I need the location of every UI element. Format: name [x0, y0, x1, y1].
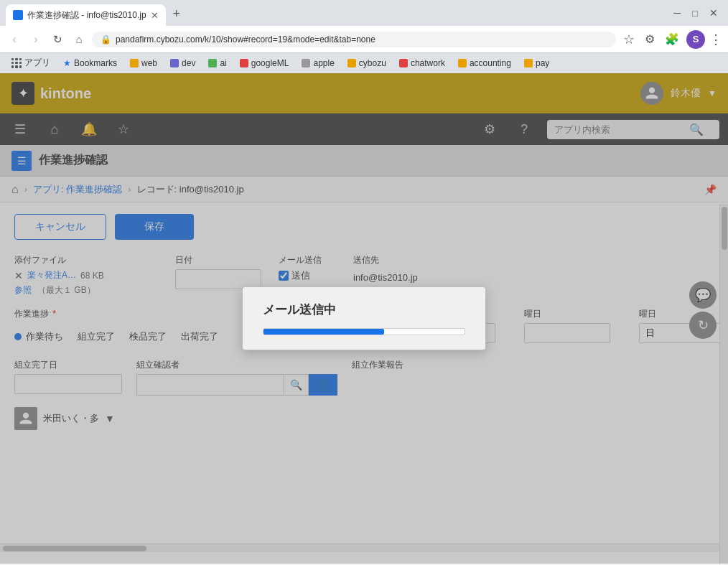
url-bar[interactable]: 🔒 pandafirm.cybozu.com/k/10/show#record=… [92, 32, 616, 47]
bookmark-web-label: web [141, 58, 157, 68]
bookmark-chatwork[interactable]: chatwork [393, 57, 451, 70]
bookmark-star-button[interactable]: ☆ [620, 30, 638, 49]
modal-overlay: メール送信中 [0, 73, 728, 564]
address-bar: ‹ › ↻ ⌂ 🔒 pandafirm.cybozu.com/k/10/show… [0, 26, 728, 53]
bookmark-dev-label: dev [182, 58, 195, 68]
bookmark-apple[interactable]: apple [296, 57, 340, 70]
bookmark-ai[interactable]: ai [202, 57, 232, 70]
kintone-app: ✦ kintone 鈴木優 ▼ ☰ ⌂ 🔔 ☆ ⚙ ? 🔍 ☰ 作業進捗確認 ⌂… [0, 73, 728, 564]
extensions-button[interactable]: ⚙ [642, 31, 658, 47]
new-tab-button[interactable]: + [166, 4, 188, 24]
menu-button[interactable]: ⋮ [709, 32, 722, 47]
modal-progress-bar-bg [263, 328, 465, 335]
tab-active[interactable]: 作業進捗確認 - info@tis2010.jp ✕ [6, 4, 166, 26]
bookmark-apple-label: apple [313, 58, 334, 68]
bookmark-accounting[interactable]: accounting [452, 57, 517, 70]
bookmark-cybozu[interactable]: cybozu [342, 57, 392, 70]
browser-title-bar: 作業進捗確認 - info@tis2010.jp ✕ + ─ □ ✕ [0, 0, 728, 26]
tab-close-icon[interactable]: ✕ [151, 10, 159, 21]
bookmark-pay[interactable]: pay [518, 57, 555, 70]
bookmarks-bar: アプリ ★ Bookmarks web dev ai googleML appl… [0, 53, 728, 73]
bookmark-web[interactable]: web [124, 57, 163, 70]
bookmark-googleml[interactable]: googleML [234, 57, 295, 70]
url-text: pandafirm.cybozu.com/k/10/show#record=19… [116, 34, 375, 45]
close-button[interactable]: ✕ [705, 6, 722, 20]
minimize-button[interactable]: ─ [669, 6, 685, 20]
bookmark-accounting-label: accounting [470, 58, 511, 68]
nav-forward-button[interactable]: › [27, 31, 45, 48]
modal-box: メール送信中 [242, 286, 486, 350]
bookmark-bookmarks[interactable]: ★ Bookmarks [57, 57, 123, 70]
bookmark-pay-label: pay [536, 58, 549, 68]
bookmark-label: Bookmarks [74, 58, 117, 68]
nav-reload-button[interactable]: ↻ [49, 31, 66, 48]
lock-icon: 🔒 [101, 34, 111, 45]
modal-title: メール送信中 [263, 302, 465, 318]
nav-home-button[interactable]: ⌂ [70, 31, 88, 48]
maximize-button[interactable]: □ [688, 6, 702, 20]
bookmark-ai-label: ai [220, 58, 226, 68]
profile-avatar[interactable]: S [686, 30, 705, 49]
window-controls: ─ □ ✕ [669, 6, 722, 20]
bookmark-apps[interactable]: アプリ [6, 55, 56, 70]
bookmark-apps-label: アプリ [24, 57, 50, 69]
bookmark-cybozu-label: cybozu [359, 58, 386, 68]
bookmark-googleml-label: googleML [251, 58, 289, 68]
bookmark-chatwork-label: chatwork [411, 58, 445, 68]
bookmark-dev[interactable]: dev [164, 57, 201, 70]
profiles-button[interactable]: 🧩 [662, 31, 682, 47]
nav-back-button[interactable]: ‹ [6, 31, 23, 48]
modal-progress-bar [263, 329, 384, 335]
tab-title: 作業進捗確認 - info@tis2010.jp [27, 9, 146, 22]
tab-favicon [13, 10, 23, 20]
